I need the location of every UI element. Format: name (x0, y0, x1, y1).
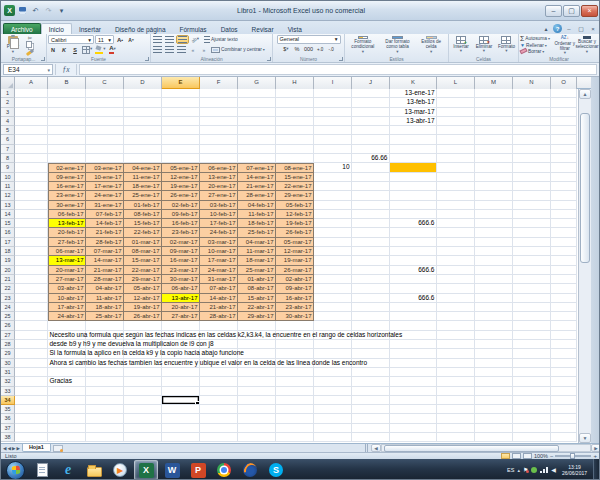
cell[interactable]: 15-ene-17 (276, 173, 314, 182)
cell[interactable] (475, 331, 513, 340)
cell[interactable] (238, 89, 276, 98)
cell[interactable] (86, 414, 124, 423)
cell[interactable] (390, 135, 437, 144)
cell[interactable] (475, 359, 513, 368)
row-header-21[interactable]: 21 (1, 275, 15, 284)
cell[interactable] (162, 126, 200, 135)
cell[interactable] (551, 349, 577, 358)
format-as-table-button[interactable]: Dar formato como tabla (381, 35, 415, 54)
cell[interactable] (390, 321, 437, 330)
cell[interactable]: 29-mar-17 (124, 275, 162, 284)
cell[interactable]: 24-ene-17 (86, 191, 124, 200)
cell[interactable]: 20-ene-17 (200, 182, 238, 191)
cell[interactable]: 20-feb-17 (48, 228, 86, 237)
cell[interactable] (513, 256, 551, 265)
cell[interactable] (15, 321, 48, 330)
cell[interactable] (238, 405, 276, 414)
cell[interactable] (276, 126, 314, 135)
tab-archivo[interactable]: Archivo (3, 23, 41, 34)
cell[interactable] (314, 433, 352, 442)
cell[interactable] (437, 321, 475, 330)
cell[interactable] (314, 247, 352, 256)
column-header-F[interactable]: F (200, 77, 238, 89)
cell[interactable] (390, 377, 437, 386)
wrap-text-button[interactable]: Ajustar texto (204, 36, 238, 43)
cell[interactable] (390, 238, 437, 247)
cell[interactable] (352, 210, 390, 219)
cell[interactable]: 11-abr-17 (86, 294, 124, 303)
cell[interactable] (238, 377, 276, 386)
cell[interactable] (551, 433, 577, 442)
align-left-button[interactable] (152, 45, 163, 54)
cell[interactable] (475, 414, 513, 423)
cell[interactable] (352, 247, 390, 256)
row-header-15[interactable]: 15 (1, 219, 15, 228)
cell[interactable]: 09-mar-17 (162, 247, 200, 256)
cell[interactable] (390, 145, 437, 154)
cell[interactable]: 04-ene-17 (124, 163, 162, 172)
cell[interactable]: 29-ene-17 (276, 191, 314, 200)
cell[interactable] (390, 191, 437, 200)
cell[interactable]: 03-feb-17 (200, 201, 238, 210)
cell[interactable] (437, 135, 475, 144)
column-header-D[interactable]: D (124, 77, 162, 89)
cell[interactable] (314, 126, 352, 135)
cell[interactable] (513, 173, 551, 182)
workbook-close-icon[interactable]: × (588, 24, 598, 33)
cell[interactable] (475, 433, 513, 442)
orientation-button[interactable]: ab (190, 35, 200, 44)
cell[interactable]: 30-ene-17 (48, 201, 86, 210)
cell[interactable] (437, 256, 475, 265)
cell[interactable] (352, 284, 390, 293)
cell[interactable]: 12-mar-17 (276, 247, 314, 256)
column-header-H[interactable]: H (276, 77, 314, 89)
format-painter-button[interactable] (25, 50, 35, 54)
cell[interactable] (200, 377, 238, 386)
cell[interactable] (314, 145, 352, 154)
tab-split-handle[interactable] (365, 444, 369, 452)
workbook-restore-icon[interactable]: ▢ (576, 24, 586, 33)
cell[interactable]: 13-ene-17 (390, 89, 437, 98)
cell[interactable]: 14-abr-17 (200, 294, 238, 303)
cell[interactable]: 12-feb-17 (276, 210, 314, 219)
cell[interactable] (551, 219, 577, 228)
cell[interactable] (551, 173, 577, 182)
cell[interactable] (200, 126, 238, 135)
cell[interactable]: 06-feb-17 (48, 210, 86, 219)
font-size-select[interactable]: 11▾ (95, 35, 114, 44)
cell[interactable] (513, 238, 551, 247)
cell[interactable] (162, 108, 200, 117)
cell[interactable] (15, 238, 48, 247)
cell[interactable] (276, 405, 314, 414)
sort-filter-button[interactable]: AZ↓ Ordenar y filtrar (555, 35, 575, 54)
cell[interactable] (238, 321, 276, 330)
cell[interactable] (86, 424, 124, 433)
grow-font-button[interactable]: A▴ (115, 35, 125, 44)
cell[interactable] (314, 424, 352, 433)
cell[interactable] (15, 275, 48, 284)
cell[interactable] (513, 312, 551, 321)
cell[interactable] (200, 321, 238, 330)
cell[interactable] (124, 387, 162, 396)
cell[interactable] (551, 294, 577, 303)
decrease-decimal-button[interactable]: -.0 (326, 45, 336, 54)
cell[interactable] (551, 396, 577, 405)
cell[interactable] (200, 405, 238, 414)
cell[interactable]: 22-mar-17 (124, 266, 162, 275)
cell[interactable]: Gracias (48, 377, 86, 386)
row-header-24[interactable]: 24 (1, 303, 15, 312)
row-header-12[interactable]: 12 (1, 191, 15, 200)
cell[interactable] (276, 321, 314, 330)
row-header-16[interactable]: 16 (1, 228, 15, 237)
scroll-right-icon[interactable]: ▶ (591, 444, 600, 452)
cell[interactable] (390, 201, 437, 210)
cell[interactable] (551, 247, 577, 256)
cell[interactable]: 27-abr-17 (162, 312, 200, 321)
cell[interactable]: 27-mar-17 (48, 275, 86, 284)
format-cells-button[interactable]: Formato (496, 35, 517, 54)
delete-cells-button[interactable]: × Eliminar (473, 35, 495, 54)
cell[interactable] (390, 396, 437, 405)
cell[interactable] (475, 396, 513, 405)
cell[interactable] (437, 377, 475, 386)
copy-button[interactable] (25, 41, 35, 50)
